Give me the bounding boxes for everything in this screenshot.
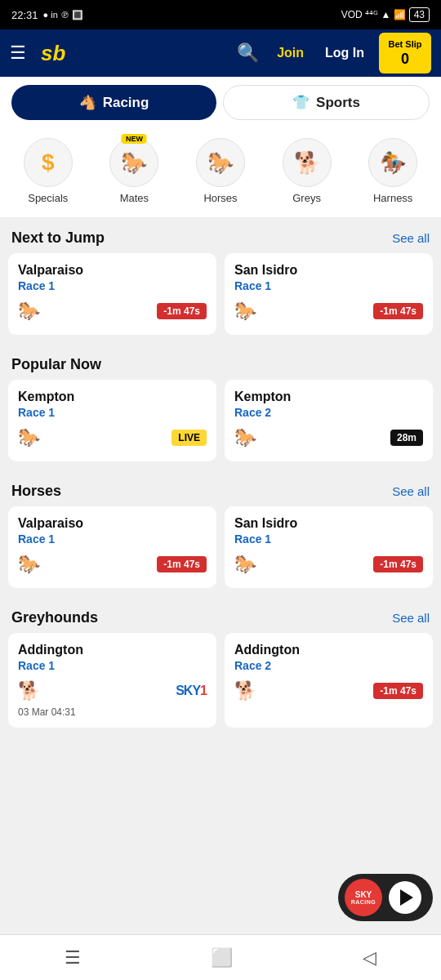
tab-sports-label: Sports <box>316 95 360 111</box>
race-timer: -1m 47s <box>157 303 207 319</box>
venue-name: San Isidro <box>234 263 423 278</box>
race-card-addington-2[interactable]: Addington Race 2 🐕 -1m 47s <box>225 633 433 728</box>
race-date: 03 Mar 04:31 <box>18 706 207 718</box>
popular-now-cards: Kempton Race 1 🐎 LIVE Kempton Race 2 🐎 2… <box>0 380 441 471</box>
nav-back-icon[interactable]: ◁ <box>363 947 376 969</box>
play-icon <box>400 889 413 906</box>
horses-icon-circle: 🐎 <box>196 138 245 187</box>
popular-now-header: Popular Now <box>0 345 441 380</box>
search-icon[interactable]: 🔍 <box>237 42 259 64</box>
betslip-button[interactable]: Bet Slip 0 <box>379 33 431 73</box>
race-timer: -1m 47s <box>373 556 423 572</box>
specials-label: Specials <box>28 192 68 204</box>
race-card-valparaiso-h1[interactable]: Valparaiso Race 1 🐎 -1m 47s <box>8 506 216 588</box>
horses-section-header: Horses See all <box>0 471 441 506</box>
horses-see-all[interactable]: See all <box>392 484 430 498</box>
login-button[interactable]: Log In <box>318 41 371 65</box>
racing-text: RACING <box>351 899 376 905</box>
nav-menu-icon[interactable]: ☰ <box>65 947 81 969</box>
sky1-logo: SKY1 <box>176 684 207 698</box>
category-row: $ Specials NEW 🐎 Mates 🐎 Horses 🐕 Greys … <box>0 128 441 218</box>
next-to-jump-title: Next to Jump <box>11 229 105 247</box>
join-button[interactable]: Join <box>270 41 310 65</box>
popular-now-title: Popular Now <box>11 356 101 373</box>
time-display: 22:31 <box>11 9 38 21</box>
race-card-san-isidro-h1[interactable]: San Isidro Race 1 🐎 -1m 47s <box>225 506 433 588</box>
race-card-kempton-1[interactable]: Kempton Race 1 🐎 LIVE <box>8 380 216 461</box>
race-card-valparaiso-1[interactable]: Valparaiso Race 1 🐎 -1m 47s <box>8 253 216 335</box>
race-number: Race 2 <box>234 406 423 419</box>
greys-icon-circle: 🐕 <box>283 138 332 187</box>
race-number: Race 1 <box>18 659 207 672</box>
race-number: Race 1 <box>18 532 207 546</box>
race-number: Race 2 <box>234 659 423 672</box>
next-to-jump-see-all[interactable]: See all <box>392 231 430 245</box>
mates-icon-circle: NEW 🐎 <box>109 138 158 187</box>
horse-icon: 🐎 <box>234 554 256 575</box>
race-footer: 🐎 LIVE <box>18 427 207 448</box>
horse-icon: 🐎 <box>234 301 256 322</box>
horses-title: Horses <box>11 483 61 500</box>
race-footer: 🐎 -1m 47s <box>234 554 423 575</box>
status-icons: ● in ℗ 🔳 <box>43 10 83 20</box>
tab-sports[interactable]: 👕 Sports <box>223 85 430 120</box>
venue-name: Kempton <box>234 390 423 404</box>
race-footer: 🐕 SKY1 <box>18 680 207 702</box>
race-footer: 🐎 -1m 47s <box>234 301 423 322</box>
greyhounds-section-header: Greyhounds See all <box>0 598 441 633</box>
horse-icon: 🐎 <box>18 427 40 448</box>
battery: 43 <box>409 7 430 22</box>
status-time: 22:31 ● in ℗ 🔳 <box>11 9 83 21</box>
signal-icons: VOD ⁴⁴ᴳ ▲ 📶 <box>341 9 406 20</box>
category-harness[interactable]: 🏇 Harness <box>356 138 430 204</box>
sky-racing-overlay[interactable]: SKY RACING <box>338 874 433 921</box>
race-footer: 🐎 -1m 47s <box>18 301 207 322</box>
specials-icon-circle: $ <box>24 138 73 187</box>
race-card-san-isidro-1[interactable]: San Isidro Race 1 🐎 -1m 47s <box>225 253 433 335</box>
horse-icon: 🐎 <box>18 301 40 322</box>
horse-icon: 🐎 <box>234 427 256 448</box>
tab-racing-label: Racing <box>103 95 149 111</box>
venue-name: Kempton <box>18 390 207 404</box>
betslip-count: 0 <box>387 51 423 69</box>
venue-name: Addington <box>234 643 423 657</box>
play-button[interactable] <box>389 881 421 914</box>
horse-icon: 🐎 <box>18 554 40 575</box>
betslip-label: Bet Slip <box>389 39 422 49</box>
tab-racing[interactable]: 🐴 Racing <box>11 85 216 120</box>
race-footer: 🐎 -1m 47s <box>18 554 207 575</box>
venue-name: Valparaiso <box>18 263 207 278</box>
next-to-jump-cards: Valparaiso Race 1 🐎 -1m 47s San Isidro R… <box>0 253 441 345</box>
harness-icon-circle: 🏇 <box>368 138 417 187</box>
category-mates[interactable]: NEW 🐎 Mates <box>97 138 171 204</box>
status-right-icons: VOD ⁴⁴ᴳ ▲ 📶 43 <box>341 7 430 22</box>
main-tab-bar: 🐴 Racing 👕 Sports <box>0 77 441 128</box>
category-greys[interactable]: 🐕 Greys <box>270 138 344 204</box>
category-horses[interactable]: 🐎 Horses <box>184 138 257 204</box>
race-footer: 🐕 -1m 47s <box>234 680 423 702</box>
bottom-navigation: ☰ ⬜ ◁ <box>0 934 441 980</box>
mates-label: Mates <box>120 192 149 204</box>
race-number: Race 1 <box>18 279 207 292</box>
race-footer: 🐎 28m <box>234 427 423 448</box>
racing-icon: 🐴 <box>79 94 96 111</box>
nav-home-icon[interactable]: ⬜ <box>211 947 233 969</box>
sports-icon: 👕 <box>292 94 310 111</box>
hamburger-menu-icon[interactable]: ☰ <box>10 42 26 64</box>
greyhounds-title: Greyhounds <box>11 609 98 626</box>
race-card-kempton-2[interactable]: Kempton Race 2 🐎 28m <box>225 380 433 461</box>
greyhounds-cards: Addington Race 1 🐕 SKY1 03 Mar 04:31 Add… <box>0 633 441 793</box>
greyhound-icon: 🐕 <box>18 680 40 702</box>
new-badge: NEW <box>122 134 147 144</box>
race-time: 28m <box>390 430 423 446</box>
venue-name: Addington <box>18 643 207 657</box>
app-header: ☰ sb 🔍 Join Log In Bet Slip 0 <box>0 29 441 77</box>
category-specials[interactable]: $ Specials <box>11 138 85 204</box>
live-badge: LIVE <box>172 430 207 446</box>
race-timer: -1m 47s <box>373 303 423 319</box>
greyhounds-see-all[interactable]: See all <box>392 611 430 625</box>
race-card-addington-1[interactable]: Addington Race 1 🐕 SKY1 03 Mar 04:31 <box>8 633 216 728</box>
harness-label: Harness <box>373 192 412 204</box>
greys-label: Greys <box>292 192 321 204</box>
race-number: Race 1 <box>234 532 423 546</box>
